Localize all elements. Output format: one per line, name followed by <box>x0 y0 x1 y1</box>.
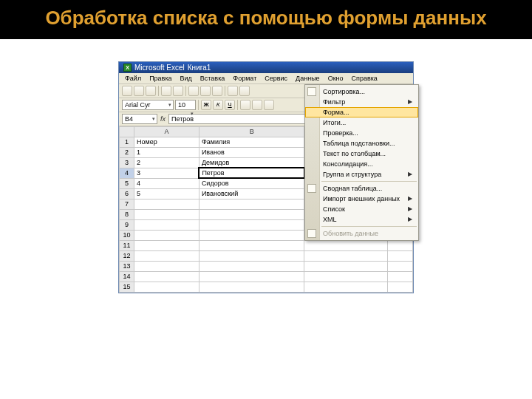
cell[interactable]: 4 <box>134 178 200 188</box>
corner-header[interactable] <box>120 126 134 137</box>
row-header[interactable]: 5 <box>120 178 134 188</box>
font-name-select[interactable]: Arial Cyr <box>122 100 174 110</box>
menu-item-list[interactable]: Список ▶ <box>305 204 418 214</box>
cell[interactable]: Петров <box>199 168 304 178</box>
row-header[interactable]: 4 <box>120 168 134 178</box>
menu-file[interactable]: Файл <box>122 74 144 83</box>
preview-button[interactable] <box>173 86 183 96</box>
menu-window[interactable]: Окно <box>325 74 347 83</box>
row-header[interactable]: 14 <box>120 271 134 282</box>
cell[interactable]: Фамилия <box>199 137 304 147</box>
undo-button[interactable] <box>228 86 238 96</box>
row-header[interactable]: 7 <box>120 199 134 209</box>
cell[interactable] <box>387 282 412 292</box>
cell[interactable] <box>199 250 304 261</box>
cell[interactable] <box>199 199 304 209</box>
cell[interactable]: Иванов <box>199 147 304 157</box>
italic-button[interactable]: К <box>213 100 223 110</box>
cell[interactable]: 1 <box>134 147 200 157</box>
menu-item-sort[interactable]: Сортировка... <box>305 86 418 97</box>
cell[interactable] <box>304 261 387 271</box>
menu-view[interactable]: Вид <box>177 74 195 83</box>
cut-button[interactable] <box>188 86 199 96</box>
bold-button[interactable]: Ж <box>201 100 211 110</box>
cell[interactable] <box>387 240 412 250</box>
cell[interactable] <box>304 271 387 282</box>
row-header[interactable]: 10 <box>120 230 134 240</box>
menu-edit[interactable]: Правка <box>146 74 174 83</box>
cell[interactable] <box>199 230 304 240</box>
cell[interactable] <box>199 219 304 230</box>
menu-item-group[interactable]: Группа и структура ▶ <box>305 169 418 180</box>
cell[interactable]: Демидов <box>199 157 304 168</box>
row-header[interactable]: 13 <box>120 261 134 271</box>
cell[interactable] <box>134 209 200 219</box>
cell[interactable] <box>199 261 304 271</box>
cell[interactable] <box>134 199 200 209</box>
row-header[interactable]: 6 <box>120 188 134 199</box>
menu-help[interactable]: Справка <box>349 74 381 83</box>
cell[interactable] <box>199 240 304 250</box>
cell[interactable] <box>387 271 412 282</box>
row-header[interactable]: 1 <box>120 137 134 147</box>
row-header[interactable]: 11 <box>120 240 134 250</box>
open-button[interactable] <box>134 86 144 96</box>
menu-item-validation[interactable]: Проверка... <box>305 128 418 138</box>
cell[interactable] <box>199 209 304 219</box>
redo-button[interactable] <box>239 86 250 96</box>
align-center-button[interactable] <box>252 100 262 110</box>
menu-item-pivot[interactable]: Сводная таблица... <box>305 183 418 194</box>
row-header[interactable]: 12 <box>120 250 134 261</box>
menu-item-xml[interactable]: XML ▶ <box>305 214 418 225</box>
cell[interactable] <box>199 282 304 292</box>
name-box[interactable]: B4 <box>122 114 157 124</box>
cell[interactable] <box>304 250 387 261</box>
menu-item-form[interactable]: Форма... <box>305 107 418 117</box>
cell[interactable]: Сидоров <box>199 178 304 188</box>
copy-button[interactable] <box>200 86 211 96</box>
cell[interactable] <box>304 240 387 250</box>
cell[interactable]: 5 <box>134 188 200 199</box>
row-header[interactable]: 9 <box>120 219 134 230</box>
cell[interactable] <box>387 261 412 271</box>
col-header-a[interactable]: A <box>134 126 200 137</box>
cell[interactable] <box>387 250 412 261</box>
font-size-select[interactable]: 10 <box>175 100 196 110</box>
menu-item-texttocol[interactable]: Текст по столбцам... <box>305 149 418 159</box>
fx-icon[interactable]: fx <box>160 115 166 123</box>
cell[interactable] <box>134 219 200 230</box>
menu-tools[interactable]: Сервис <box>262 74 290 83</box>
menu-item-filter[interactable]: Фильтр ▶ <box>305 97 418 107</box>
menu-format[interactable]: Формат <box>230 74 259 83</box>
menu-item-table[interactable]: Таблица подстановки... <box>305 138 418 149</box>
menu-item-import[interactable]: Импорт внешних данных ▶ <box>305 194 418 204</box>
underline-button[interactable]: Ч <box>225 100 235 110</box>
menu-data[interactable]: Данные <box>293 74 323 83</box>
cell[interactable] <box>134 240 200 250</box>
menu-item-subtotals[interactable]: Итоги... <box>305 117 418 128</box>
row-header[interactable]: 2 <box>120 147 134 157</box>
row-header[interactable]: 8 <box>120 209 134 219</box>
menu-insert[interactable]: Вставка <box>197 74 228 83</box>
col-header-b[interactable]: B <box>199 126 304 137</box>
cell[interactable] <box>134 282 200 292</box>
cell[interactable]: 2 <box>134 157 200 168</box>
save-button[interactable] <box>146 86 156 96</box>
paste-button[interactable] <box>212 86 222 96</box>
menu-item-consolidate[interactable]: Консолидация... <box>305 159 418 169</box>
cell[interactable] <box>134 261 200 271</box>
cell[interactable] <box>134 271 200 282</box>
row-header[interactable]: 15 <box>120 282 134 292</box>
cell[interactable] <box>134 230 200 240</box>
align-right-button[interactable] <box>264 100 274 110</box>
cell[interactable] <box>199 271 304 282</box>
align-left-button[interactable] <box>240 100 250 110</box>
print-button[interactable] <box>161 86 171 96</box>
cell[interactable] <box>304 282 387 292</box>
row-header[interactable]: 3 <box>120 157 134 168</box>
cell[interactable]: 3 <box>134 168 200 178</box>
cell[interactable] <box>134 250 200 261</box>
new-button[interactable] <box>122 86 132 96</box>
cell[interactable]: Ивановский <box>199 188 304 199</box>
cell[interactable]: Номер <box>134 137 200 147</box>
